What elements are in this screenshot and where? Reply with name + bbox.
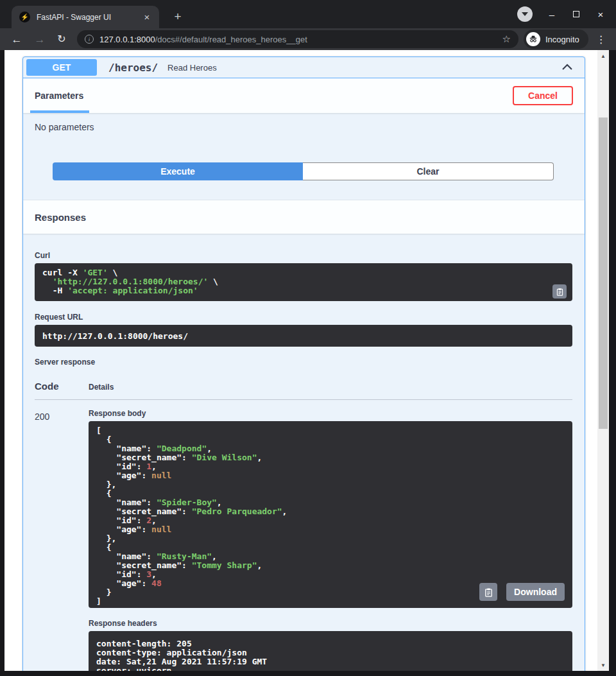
incognito-badge: Incognito	[524, 30, 588, 49]
parameters-header: Parameters Cancel	[23, 78, 585, 113]
browser-menu-kebab-icon[interactable]: ⋮	[595, 33, 608, 46]
swagger-page: GET /heroes/ Read Heroes Parameters Canc…	[4, 50, 597, 671]
parameters-active-underline	[30, 110, 89, 113]
window-controls: – ×	[517, 0, 616, 28]
incognito-icon	[526, 32, 540, 46]
code-line: {	[96, 489, 565, 498]
cancel-button[interactable]: Cancel	[513, 86, 573, 105]
url-path: /docs#/default/read_heroes_heroes__get	[155, 35, 307, 44]
code-line: 'http://127.0.0.1:8000/heroes/' \	[42, 277, 565, 286]
response-table-header: Code Details	[35, 381, 572, 392]
maximize-button[interactable]	[571, 11, 581, 17]
code-line: },	[96, 480, 565, 489]
close-window-button[interactable]: ×	[595, 10, 606, 19]
curl-label: Curl	[35, 251, 572, 260]
url-host: 127.0.0.1:8000	[99, 35, 155, 44]
scrollbar-thumb[interactable]	[599, 117, 608, 429]
tab-parameters[interactable]: Parameters	[35, 91, 83, 101]
execute-button[interactable]: Execute	[53, 162, 303, 180]
response-body-actions: Download	[479, 583, 565, 601]
code-line: "id": 3,	[96, 570, 565, 579]
code-line: "name": "Deadpond",	[96, 444, 565, 453]
code-column-header: Code	[35, 381, 89, 392]
browser-tab[interactable]: ⚡ FastAPI - Swagger UI ×	[12, 6, 159, 28]
code-line: "name": "Spider-Boy",	[96, 498, 565, 507]
response-details: Response body [ { "name": "Deadpond", "s…	[89, 409, 572, 671]
table-divider	[35, 399, 572, 400]
url-text[interactable]: 127.0.0.1:8000/docs#/default/read_heroes…	[99, 35, 502, 44]
tab-strip: ⚡ FastAPI - Swagger UI × + – ×	[0, 0, 616, 28]
clear-button[interactable]: Clear	[303, 162, 554, 180]
code-line: "age": null	[96, 525, 565, 534]
response-body-label: Response body	[89, 409, 572, 418]
execute-wrapper: Execute Clear	[53, 162, 554, 180]
copy-response-icon[interactable]	[479, 583, 497, 601]
back-icon[interactable]: ←	[9, 34, 24, 45]
responses-title: Responses	[35, 212, 86, 223]
site-info-icon[interactable]: i	[85, 35, 94, 44]
code-line: "secret_name": "Tommy Sharp",	[96, 561, 565, 570]
code-line: {	[96, 543, 565, 552]
code-line: content-type: application/json	[96, 648, 565, 657]
code-line: server: uvicorn	[96, 666, 565, 671]
opblock-summary[interactable]: GET /heroes/ Read Heroes	[23, 57, 585, 78]
code-line: },	[96, 534, 565, 543]
tab-title: FastAPI - Swagger UI	[37, 13, 141, 22]
endpoint-path: /heroes/	[108, 62, 158, 74]
endpoint-summary: Read Heroes	[167, 63, 217, 73]
page-viewport: GET /heroes/ Read Heroes Parameters Canc…	[4, 50, 609, 671]
code-line: date: Sat,21 Aug 2021 11:57:19 GMT	[96, 657, 565, 666]
code-line: "secret_name": "Dive Wilson",	[96, 453, 565, 462]
request-url-label: Request URL	[35, 313, 572, 322]
code-line: [	[96, 426, 565, 435]
window-bottom-edge	[0, 671, 616, 676]
browser-menu-circle-icon[interactable]	[517, 6, 533, 22]
responses-body: Curl curl -X 'GET' \ 'http://127.0.0.1:8…	[23, 234, 585, 671]
browser-toolbar: ← → ↻ i 127.0.0.1:8000/docs#/default/rea…	[0, 28, 616, 50]
download-button[interactable]: Download	[506, 583, 565, 601]
bookmark-star-icon[interactable]: ☆	[502, 33, 511, 45]
minimize-button[interactable]: –	[547, 10, 557, 19]
curl-command-block: curl -X 'GET' \ 'http://127.0.0.1:8000/h…	[35, 263, 572, 301]
code-line: {	[96, 435, 565, 444]
code-line: -H 'accept: application/json'	[42, 286, 565, 295]
address-bar[interactable]: i 127.0.0.1:8000/docs#/default/read_hero…	[77, 30, 518, 48]
code-line: "id": 2,	[96, 516, 565, 525]
response-headers-label: Response headers	[89, 619, 572, 628]
code-line: "id": 1,	[96, 462, 565, 471]
opblock-get-heroes: GET /heroes/ Read Heroes Parameters Canc…	[22, 56, 585, 671]
responses-header: Responses	[23, 200, 585, 234]
incognito-label: Incognito	[545, 35, 579, 44]
response-headers-block: content-length: 205content-type: applica…	[89, 631, 572, 671]
response-row-200: 200 Response body [ { "name": "Deadpond"…	[35, 409, 572, 671]
response-body-block: [ { "name": "Deadpond", "secret_name": "…	[89, 421, 572, 608]
request-url-block: http://127.0.0.1:8000/heroes/	[35, 325, 572, 347]
method-get-badge: GET	[26, 59, 97, 76]
status-code: 200	[35, 409, 89, 671]
parameters-body: No parameters Execute Clear	[23, 113, 585, 180]
details-column-header: Details	[89, 383, 114, 392]
copy-curl-icon[interactable]	[552, 284, 567, 299]
new-tab-button[interactable]: +	[169, 8, 186, 25]
server-response-label: Server response	[35, 358, 572, 367]
fastapi-favicon-icon: ⚡	[19, 12, 30, 22]
scroll-up-icon[interactable]: ▲	[597, 51, 609, 60]
forward-icon[interactable]: →	[32, 34, 47, 45]
browser-window: ⚡ FastAPI - Swagger UI × + – × ← → ↻ i 1…	[0, 0, 616, 676]
page-scrollbar[interactable]: ▲ ▼	[597, 50, 609, 671]
code-line: "age": null	[96, 471, 565, 480]
code-line: content-length: 205	[96, 639, 565, 648]
code-line: "secret_name": "Pedro Parqueador",	[96, 507, 565, 516]
code-line: "name": "Rusty-Man",	[96, 552, 565, 561]
code-line: curl -X 'GET' \	[42, 268, 565, 277]
reload-icon[interactable]: ↻	[54, 34, 69, 44]
code-line: http://127.0.0.1:8000/heroes/	[42, 332, 188, 340]
scroll-down-icon[interactable]: ▼	[597, 661, 609, 670]
collapse-chevron-icon[interactable]	[561, 62, 573, 73]
no-parameters-text: No parameters	[35, 122, 573, 132]
tab-close-icon[interactable]: ×	[141, 12, 153, 23]
